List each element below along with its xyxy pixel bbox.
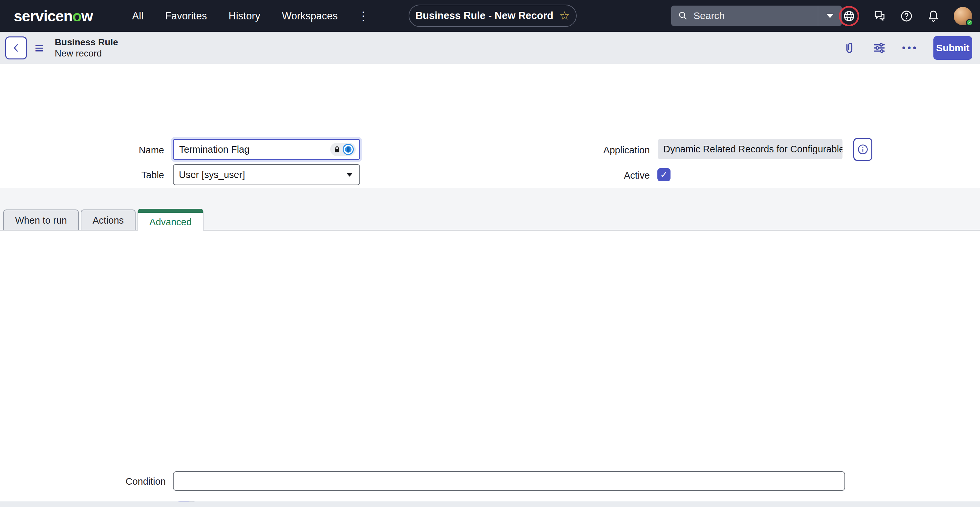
application-label: Application bbox=[551, 145, 650, 156]
more-menus-icon[interactable]: ⋮ bbox=[357, 9, 369, 23]
active-label: Active bbox=[551, 170, 650, 181]
servicenow-app-window: servicenow AllFavoritesHistoryWorkspaces… bbox=[0, 0, 980, 507]
page-bottom-strip bbox=[0, 501, 980, 507]
record-header-bar: ≡ Business Rule New record ••• Submit bbox=[0, 32, 980, 64]
application-value: Dynamic Related Records for Configurable… bbox=[658, 144, 843, 155]
avatar[interactable]: ✓ bbox=[954, 7, 972, 25]
main-menu: AllFavoritesHistoryWorkspaces bbox=[132, 10, 338, 22]
search-scope-dropdown[interactable] bbox=[818, 6, 842, 26]
servicenow-logo[interactable]: servicenow bbox=[14, 7, 93, 25]
tab-actions[interactable]: Actions bbox=[81, 209, 135, 231]
search-icon bbox=[678, 11, 688, 21]
search-placeholder: Search bbox=[694, 10, 818, 21]
application-field: Dynamic Related Records for Configurable… bbox=[658, 139, 843, 159]
tab-advanced[interactable]: Advanced bbox=[137, 209, 204, 231]
current-page-pill[interactable]: Business Rule - New Record ☆ bbox=[409, 5, 577, 27]
active-checkbox[interactable]: ✓ bbox=[657, 168, 670, 181]
record-form: Name Table User [sys_user] Application D… bbox=[0, 64, 980, 188]
notifications-icon[interactable] bbox=[927, 10, 940, 23]
attachment-icon[interactable] bbox=[842, 41, 857, 55]
table-selected-value: User [sys_user] bbox=[173, 169, 346, 180]
presence-status-dot: ✓ bbox=[966, 19, 973, 26]
submit-button[interactable]: Submit bbox=[933, 36, 972, 60]
back-button[interactable] bbox=[5, 37, 27, 59]
lock-icon bbox=[332, 145, 342, 154]
help-icon[interactable] bbox=[900, 10, 913, 23]
application-info-button[interactable] bbox=[853, 138, 872, 161]
page-title: Business Rule - New Record bbox=[415, 10, 553, 22]
record-subtitle: New record bbox=[55, 48, 118, 59]
favorite-star-icon[interactable]: ☆ bbox=[559, 10, 570, 22]
advanced-tab-panel: Condition Script Turn on ECMAScript 2021… bbox=[0, 230, 980, 501]
nav-item-history[interactable]: History bbox=[229, 10, 260, 22]
condition-label: Condition bbox=[79, 476, 166, 487]
personalize-form-icon[interactable] bbox=[872, 40, 887, 56]
form-tabs: When to runActionsAdvanced bbox=[3, 209, 204, 231]
table-select[interactable]: User [sys_user] bbox=[173, 164, 360, 185]
field-inline-icons bbox=[330, 143, 356, 156]
tab-strip-band: When to runActionsAdvanced bbox=[0, 188, 980, 231]
condition-input[interactable] bbox=[173, 471, 845, 491]
more-options-icon[interactable]: ••• bbox=[902, 42, 918, 54]
form-context-menu-icon[interactable]: ≡ bbox=[35, 39, 44, 57]
update-set-globe-icon[interactable] bbox=[839, 6, 859, 26]
chevron-down-icon bbox=[346, 173, 353, 177]
top-nav-actions: ✓ bbox=[839, 0, 972, 32]
name-label: Name bbox=[85, 145, 164, 156]
record-type-title: Business Rule bbox=[55, 37, 118, 48]
tab-when-to-run[interactable]: When to run bbox=[3, 209, 79, 231]
nav-item-all[interactable]: All bbox=[132, 10, 143, 22]
nav-item-workspaces[interactable]: Workspaces bbox=[282, 10, 338, 22]
name-field-wrapper bbox=[173, 139, 360, 160]
chat-icon[interactable] bbox=[873, 10, 886, 23]
table-label: Table bbox=[85, 170, 164, 180]
password-manager-icon[interactable] bbox=[343, 144, 354, 155]
top-navigation-bar: servicenow AllFavoritesHistoryWorkspaces… bbox=[0, 0, 980, 32]
nav-item-favorites[interactable]: Favorites bbox=[165, 10, 207, 22]
global-search[interactable]: Search bbox=[671, 6, 842, 26]
record-titles: Business Rule New record bbox=[55, 37, 118, 59]
name-input[interactable] bbox=[174, 144, 330, 155]
